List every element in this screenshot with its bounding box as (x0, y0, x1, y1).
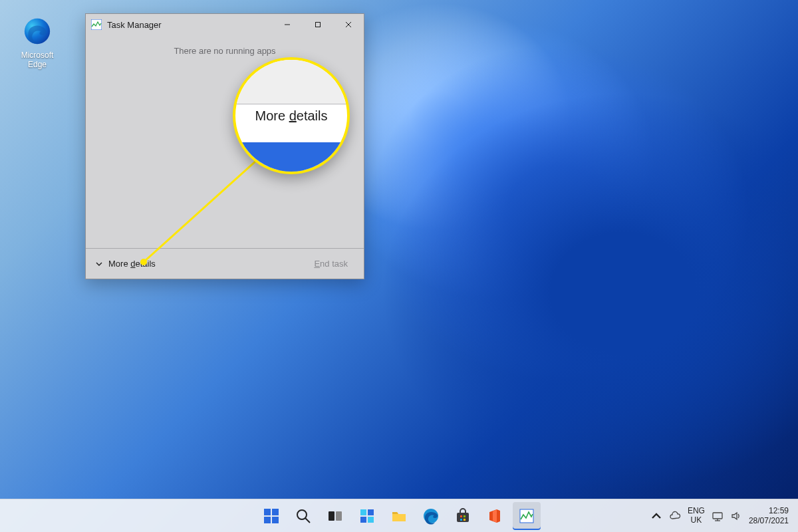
more-details-label: More details (108, 259, 156, 269)
svg-rect-22 (464, 515, 466, 517)
system-tray: ENG UK 12:59 28/07/2021 (650, 506, 798, 525)
volume-icon (730, 510, 742, 522)
svg-line-12 (305, 518, 310, 523)
svg-rect-14 (336, 511, 342, 521)
svg-rect-17 (360, 517, 366, 523)
task-manager-icon (91, 19, 102, 30)
store-icon (454, 507, 471, 525)
taskbar-center (257, 502, 541, 530)
edge-icon (422, 507, 440, 525)
clock-date: 28/07/2021 (749, 516, 789, 525)
minimize-button[interactable] (272, 14, 303, 35)
desktop-icon-edge[interactable]: Microsoft Edge (12, 16, 63, 69)
desktop: Microsoft Edge Task Manager There are no… (0, 0, 798, 532)
task-manager-body: There are no running apps (86, 35, 364, 248)
office-icon (486, 507, 503, 525)
svg-rect-7 (264, 509, 271, 515)
taskbar-edge[interactable] (417, 502, 445, 530)
taskbar-search[interactable] (289, 502, 317, 530)
language-primary: ENG (688, 507, 705, 516)
taskbar-task-view[interactable] (321, 502, 349, 530)
close-button[interactable] (333, 14, 364, 35)
tray-overflow-button[interactable] (650, 510, 662, 522)
svg-rect-21 (460, 515, 462, 517)
taskbar-widgets[interactable] (353, 502, 381, 530)
svg-rect-13 (329, 511, 334, 521)
clock-time: 12:59 (749, 506, 789, 515)
task-view-icon (327, 507, 344, 525)
windows-icon (263, 507, 280, 525)
taskbar: ENG UK 12:59 28/07/2021 (0, 499, 798, 532)
taskbar-task-manager[interactable] (513, 502, 541, 530)
taskbar-store[interactable] (449, 502, 477, 530)
window-title: Task Manager (107, 20, 272, 30)
end-task-button[interactable]: End task (307, 256, 354, 271)
svg-rect-18 (368, 517, 374, 523)
network-icon (712, 510, 724, 522)
chevron-up-icon (650, 510, 662, 522)
tray-clock[interactable]: 12:59 28/07/2021 (749, 506, 789, 525)
tray-language[interactable]: ENG UK (688, 507, 705, 525)
language-secondary: UK (688, 516, 705, 525)
maximize-button[interactable] (303, 14, 333, 35)
svg-rect-15 (360, 509, 366, 515)
chevron-down-icon (95, 260, 103, 268)
desktop-icon-label: Microsoft Edge (12, 51, 63, 69)
task-manager-footer: More details End task (86, 248, 364, 279)
edge-icon (22, 16, 53, 47)
search-icon (295, 507, 312, 525)
svg-rect-23 (460, 519, 462, 521)
task-manager-icon (518, 507, 535, 525)
task-manager-window: Task Manager There are no running apps M… (85, 13, 364, 279)
svg-rect-24 (464, 519, 466, 521)
svg-rect-9 (264, 517, 271, 523)
no-apps-text: There are no running apps (174, 46, 275, 56)
tray-onedrive[interactable] (669, 510, 681, 522)
titlebar[interactable]: Task Manager (86, 14, 364, 35)
more-details-button[interactable]: More details (95, 259, 156, 269)
tray-volume[interactable] (730, 510, 742, 522)
svg-rect-20 (457, 513, 469, 522)
svg-rect-10 (272, 517, 279, 523)
tray-network[interactable] (712, 510, 724, 522)
svg-rect-26 (713, 513, 722, 519)
cloud-icon (669, 510, 681, 522)
taskbar-office[interactable] (481, 502, 509, 530)
taskbar-start[interactable] (257, 502, 285, 530)
widgets-icon (358, 507, 376, 525)
taskbar-file-explorer[interactable] (385, 502, 413, 530)
folder-icon (390, 507, 408, 525)
svg-rect-3 (316, 23, 321, 27)
svg-rect-8 (272, 509, 279, 515)
svg-point-11 (297, 510, 307, 519)
svg-rect-16 (368, 509, 374, 515)
